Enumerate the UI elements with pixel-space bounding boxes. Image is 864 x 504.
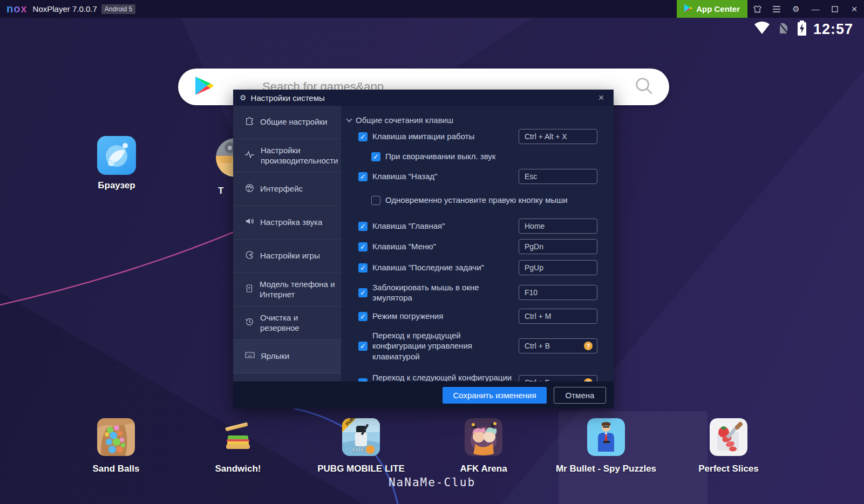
keyboard-icon [245, 351, 255, 362]
sidebar-item-4[interactable]: Настройки игры [233, 240, 341, 273]
shortcut-key-input[interactable]: PgUp [519, 260, 597, 275]
shortcut-key-input[interactable]: Ctrl + Alt + X [519, 129, 597, 144]
checkbox-unchecked[interactable] [371, 196, 380, 205]
shortcut-row: ✓Режим погруженияCtrl + M [344, 309, 597, 324]
shortcut-key-input[interactable]: Home [519, 219, 597, 234]
wifi-icon [754, 22, 770, 37]
desktop-app-browser[interactable]: Браузер [76, 136, 157, 191]
sidebar-item-3[interactable]: Настройка звука [233, 206, 341, 240]
shortcut-label: Переход к предыдущей конфигурации управл… [372, 330, 519, 362]
dock-app-4[interactable]: Mr Bullet - Spy Puzzles [544, 418, 668, 474]
performance-icon [245, 150, 255, 161]
shortcut-label: Заблокировать мышь в окне эмулятора [372, 282, 519, 303]
dock-app-label: Sandwich! [215, 464, 261, 474]
dock-app-label: Perfect Slices [698, 464, 759, 474]
shortcut-row: ✓При сворачивании выкл. звук [344, 151, 597, 162]
help-icon[interactable]: ? [584, 342, 593, 350]
sidebar-item-label: Настройки игры [260, 251, 320, 261]
sandwich-icon [219, 418, 257, 456]
sidebar-item-label: Модель телефона и Интернет [260, 280, 336, 300]
play-store-icon [684, 4, 692, 14]
shortcut-key-value: Ctrl + M [525, 312, 551, 321]
checkbox-checked[interactable]: ✓ [358, 242, 368, 251]
shortcut-row: ✓Переход к следующей конфигурации управл… [344, 366, 597, 382]
game-icon [245, 250, 254, 262]
no-sim-icon [777, 21, 791, 37]
search-icon[interactable] [635, 77, 653, 97]
checkbox-checked[interactable]: ✓ [358, 263, 368, 273]
nox-logo: nox [6, 3, 28, 15]
shortcut-key-input[interactable]: Ctrl + B? [519, 338, 597, 353]
shortcut-label: Клавиша имитации работы [372, 131, 519, 142]
dock-app-1[interactable]: Sandwich! [176, 418, 300, 474]
dock-app-label: Sand Balls [93, 464, 140, 474]
shortcut-key-value: F10 [525, 288, 538, 297]
shortcut-row: ✓Клавиша "Назад"Esc [344, 169, 597, 184]
sidebar-item-label: Очистка и резервное [260, 313, 336, 333]
shortcut-label: Клавиша "Главная" [372, 221, 519, 231]
android-version-badge: Android 5 [101, 4, 135, 14]
history-icon [245, 317, 254, 329]
dock-app-label: PUBG MOBILE LITE [317, 464, 405, 474]
shortcut-key-value: Ctrl + B [525, 342, 550, 350]
shortcut-row: ✓Клавиша имитации работыCtrl + Alt + X [344, 129, 597, 144]
section-header[interactable]: Общие сочетания клавиш [344, 115, 597, 125]
checkbox-checked[interactable]: ✓ [371, 152, 380, 161]
shortcut-row: ✓Переход к предыдущей конфигурации управ… [344, 329, 597, 363]
shortcut-label: Одновременно установите правую кнопку мы… [385, 195, 597, 206]
checkbox-checked[interactable]: ✓ [358, 222, 368, 231]
menu-icon[interactable] [767, 0, 786, 18]
cancel-button[interactable]: Отмена [554, 387, 606, 404]
theme-shirt-icon[interactable] [747, 0, 767, 18]
save-button[interactable]: Сохранить изменения [443, 387, 547, 404]
maximize-button[interactable] [825, 0, 845, 18]
sidebar-item-label: Настройка звука [260, 217, 322, 228]
sidebar-item-label: Интерфейс [260, 184, 303, 194]
sidebar-item-6[interactable]: Очистка и резервное [233, 307, 341, 340]
mr-bullet-icon [587, 418, 625, 456]
dock-app-2[interactable]: PUBGLITEPUBG MOBILE LITE [299, 418, 423, 474]
checkbox-checked[interactable]: ✓ [358, 172, 368, 181]
dock-app-3[interactable]: AFK Arena [421, 418, 546, 474]
settings-gear-icon[interactable]: ⚙ [786, 0, 806, 18]
battery-charging-icon [797, 21, 807, 38]
section-title: Общие сочетания клавиш [356, 115, 453, 125]
shortcut-label: Клавиша "Меню" [372, 241, 519, 252]
sidebar-item-1[interactable]: Настройки производительности [233, 139, 341, 173]
svg-text:LITE: LITE [352, 446, 365, 453]
shortcut-key-input[interactable]: Ctrl + F? [519, 375, 597, 382]
checkbox-checked[interactable]: ✓ [358, 288, 368, 297]
dock-app-5[interactable]: Perfect Slices [666, 418, 791, 474]
window-titlebar: nox NoxPlayer 7.0.0.7 Android 5 App Cent… [0, 0, 864, 18]
shortcut-key-input[interactable]: Esc [519, 169, 597, 184]
dialog-titlebar: ⚙ Настройки системы × [233, 90, 614, 106]
browser-icon [97, 136, 136, 175]
sidebar-item-5[interactable]: Модель телефона и Интернет [233, 273, 341, 307]
sidebar-item-7[interactable]: Ярлыки [233, 340, 341, 373]
shortcut-key-input[interactable]: F10 [519, 285, 597, 300]
dock-app-label: AFK Arena [460, 464, 507, 474]
checkbox-checked[interactable]: ✓ [358, 342, 368, 351]
dialog-close-icon[interactable]: × [595, 92, 607, 104]
checkbox-checked[interactable]: ✓ [358, 132, 368, 141]
window-title: NoxPlayer 7.0.0.7 [33, 4, 97, 13]
close-button[interactable]: × [845, 0, 864, 18]
shortcut-key-input[interactable]: PgDn [519, 239, 597, 254]
app-center-label: App Center [696, 4, 740, 13]
shortcut-row: ✓Клавиша "Главная"Home [344, 219, 597, 234]
puzzle-icon [245, 117, 254, 128]
sidebar-item-0[interactable]: Общие настройки [233, 106, 341, 139]
shortcut-label: Переход к следующей конфигурации управле… [372, 372, 519, 382]
sidebar-item-2[interactable]: Интерфейс [233, 173, 341, 206]
shortcut-label: Клавиша "Последние задачи" [372, 262, 519, 273]
app-center-button[interactable]: App Center [677, 0, 747, 18]
minimize-button[interactable]: — [806, 0, 825, 18]
shortcut-key-value: PgUp [525, 263, 543, 272]
sidebar-item-label: Общие настройки [260, 117, 328, 127]
shortcut-key-input[interactable]: Ctrl + M [519, 309, 597, 324]
shortcut-row: ✓Клавиша "Последние задачи"PgUp [344, 260, 597, 275]
sidebar-item-label: Настройки производительности [261, 146, 338, 166]
dock-app-0[interactable]: Sand Balls [54, 418, 178, 474]
checkbox-checked[interactable]: ✓ [358, 312, 368, 321]
dock-app-label: Mr Bullet - Spy Puzzles [556, 464, 656, 474]
